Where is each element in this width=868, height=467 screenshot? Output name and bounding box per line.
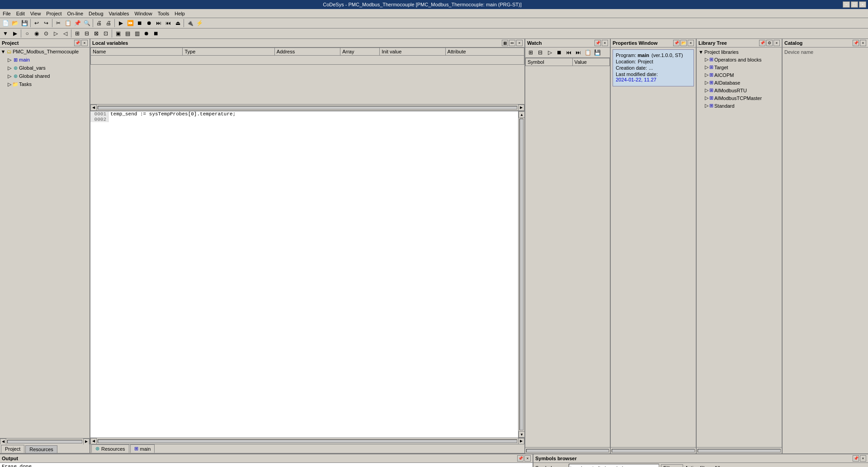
props-hscroll[interactable] bbox=[611, 447, 696, 453]
watch-tb8[interactable]: 💾 bbox=[593, 48, 602, 57]
copy-button[interactable]: 📋 bbox=[63, 19, 72, 28]
lib-item-standard[interactable]: ▷ ⊞ Standard bbox=[698, 102, 781, 110]
maximize-button[interactable]: □ bbox=[851, 1, 858, 8]
cut-button[interactable]: ✂ bbox=[54, 19, 63, 28]
tb2-btn6[interactable]: ▷ bbox=[51, 29, 60, 38]
project-pin-btn[interactable]: 📌 bbox=[74, 40, 80, 46]
tb2-btn1[interactable]: ▼ bbox=[1, 29, 10, 38]
tb2-btn14[interactable]: ▥ bbox=[132, 29, 142, 38]
sym-close-btn[interactable]: × bbox=[860, 455, 866, 462]
lv-hscroll[interactable]: ◀ ▶ bbox=[90, 104, 524, 110]
tree-item-tasks[interactable]: ▷ 📁 Tasks bbox=[0, 80, 90, 88]
lib-item-aimodbusrtu[interactable]: ▷ ⊞ AIModbusRTU bbox=[698, 86, 781, 94]
tb2-btn11[interactable]: ⊡ bbox=[101, 29, 110, 38]
build-btn2[interactable]: ⏩ bbox=[126, 19, 135, 28]
lib-item-aidatabase[interactable]: ▷ ⊞ AIDatabase bbox=[698, 79, 781, 86]
props-open-btn[interactable]: 📂 bbox=[680, 40, 687, 46]
menu-variables[interactable]: Variables bbox=[106, 10, 132, 17]
print-preview-button[interactable]: 🖨 bbox=[104, 19, 113, 28]
lib-settings-btn[interactable]: ⚙ bbox=[766, 40, 773, 46]
proj-scroll-track[interactable] bbox=[7, 440, 82, 443]
code-hscroll-left[interactable]: ◀ bbox=[90, 438, 97, 444]
expand-icon-main[interactable]: ▷ bbox=[7, 57, 12, 63]
out-close-btn[interactable]: × bbox=[524, 455, 531, 462]
menu-file[interactable]: File bbox=[0, 10, 14, 17]
online-btn1[interactable]: 🔌 bbox=[185, 19, 194, 28]
print-button[interactable]: 🖨 bbox=[94, 19, 104, 28]
tb2-btn10[interactable]: ⊠ bbox=[92, 29, 101, 38]
build-btn3[interactable]: ⏹ bbox=[135, 19, 144, 28]
open-button[interactable]: 📂 bbox=[10, 19, 19, 28]
build-btn7[interactable]: ⏏ bbox=[173, 19, 182, 28]
proj-scroll-right[interactable]: ▶ bbox=[83, 438, 90, 445]
lib-hscroll[interactable] bbox=[697, 447, 782, 453]
sym-filters-btn[interactable]: Filters ▾ bbox=[661, 464, 683, 467]
expand-icon[interactable]: ▼ bbox=[1, 49, 5, 54]
lv-scroll-left[interactable]: ◀ bbox=[90, 105, 97, 111]
out-pin-btn[interactable]: 📌 bbox=[517, 455, 524, 462]
watch-close-btn[interactable]: × bbox=[602, 40, 608, 46]
tab-resources[interactable]: Resources bbox=[25, 445, 57, 453]
tb2-btn12[interactable]: ▣ bbox=[113, 29, 123, 38]
tb2-btn13[interactable]: ▤ bbox=[123, 29, 132, 38]
tree-item-main[interactable]: ▷ ⊞ main bbox=[0, 56, 90, 64]
menu-tools[interactable]: Tools bbox=[155, 10, 172, 17]
minimize-button[interactable]: − bbox=[843, 1, 850, 8]
tb2-btn8[interactable]: ⊞ bbox=[73, 29, 82, 38]
tb2-btn7[interactable]: ◁ bbox=[61, 29, 70, 38]
watch-tb6[interactable]: ⏭ bbox=[574, 48, 583, 57]
undo-button[interactable]: ↩ bbox=[32, 19, 41, 28]
menu-help[interactable]: Help bbox=[172, 10, 188, 17]
tab-editor-main[interactable]: ⊞ main bbox=[130, 444, 155, 453]
redo-button[interactable]: ↪ bbox=[42, 19, 51, 28]
menu-online[interactable]: On-line bbox=[65, 10, 86, 17]
close-button[interactable]: × bbox=[859, 1, 866, 8]
tab-project[interactable]: Project bbox=[1, 445, 24, 453]
lv-grid-btn[interactable]: ▦ bbox=[502, 40, 508, 46]
lib-item-operators[interactable]: ▷ ⊞ Operators and blocks bbox=[698, 56, 781, 63]
tree-item-globalvars[interactable]: ▷ ⊛ Global_vars bbox=[0, 64, 90, 72]
props-pin-btn[interactable]: 📌 bbox=[673, 40, 679, 46]
watch-tb5[interactable]: ⏮ bbox=[564, 48, 573, 57]
find-button[interactable]: 🔍 bbox=[82, 19, 91, 28]
lib-root-item[interactable]: ▼ Project libraries bbox=[698, 48, 781, 56]
tb2-btn2[interactable]: ▶ bbox=[10, 29, 19, 38]
watch-tb4[interactable]: ⏹ bbox=[555, 48, 564, 57]
watch-tb7[interactable]: 📋 bbox=[583, 48, 592, 57]
paste-button[interactable]: 📌 bbox=[73, 19, 82, 28]
expand-icon-tasks[interactable]: ▷ bbox=[7, 81, 12, 87]
lib-item-target[interactable]: ▷ ⊞ Target bbox=[698, 63, 781, 71]
sym-search-input[interactable] bbox=[569, 464, 659, 467]
save-button[interactable]: 💾 bbox=[20, 19, 29, 28]
lv-close-btn[interactable]: × bbox=[516, 40, 523, 46]
new-button[interactable]: 📄 bbox=[1, 19, 10, 28]
code-vscroll-track[interactable] bbox=[519, 119, 524, 430]
build-btn5[interactable]: ⏭ bbox=[154, 19, 163, 28]
lib-scroll-track[interactable] bbox=[698, 449, 781, 453]
props-scroll-track[interactable] bbox=[612, 449, 695, 453]
lib-item-aimobustcp[interactable]: ▷ ⊞ AIModbusTCPMaster bbox=[698, 94, 781, 102]
cat-pin-btn[interactable]: 📌 bbox=[853, 40, 859, 46]
watch-pin-btn[interactable]: 📌 bbox=[594, 40, 601, 46]
props-close-btn[interactable]: × bbox=[688, 40, 694, 46]
code-vscroll[interactable]: ▲ ▼ bbox=[518, 111, 524, 438]
code-hscroll[interactable]: ◀ ▶ bbox=[90, 438, 524, 444]
lib-close-btn[interactable]: × bbox=[774, 40, 780, 46]
build-btn6[interactable]: ⏮ bbox=[164, 19, 173, 28]
watch-tb2[interactable]: ⊟ bbox=[536, 48, 545, 57]
lv-scroll-track[interactable] bbox=[98, 106, 517, 110]
tb2-btn16[interactable]: ⏹ bbox=[151, 29, 160, 38]
code-hscroll-right[interactable]: ▶ bbox=[518, 438, 524, 444]
online-btn2[interactable]: ⚡ bbox=[195, 19, 204, 28]
lv-scroll-right[interactable]: ▶ bbox=[518, 105, 524, 111]
menu-edit[interactable]: Edit bbox=[14, 10, 28, 17]
menu-project[interactable]: Project bbox=[43, 10, 64, 17]
menu-view[interactable]: View bbox=[28, 10, 44, 17]
cat-close-btn[interactable]: × bbox=[860, 40, 866, 46]
watch-tb3[interactable]: ▷ bbox=[545, 48, 554, 57]
tb2-btn15[interactable]: ⏺ bbox=[142, 29, 151, 38]
project-hscroll[interactable]: ◀ ▶ bbox=[0, 438, 90, 444]
code-scroll-down[interactable]: ▼ bbox=[519, 431, 524, 438]
expand-icon-gs[interactable]: ▷ bbox=[7, 73, 12, 79]
tb2-btn9[interactable]: ⊟ bbox=[82, 29, 91, 38]
